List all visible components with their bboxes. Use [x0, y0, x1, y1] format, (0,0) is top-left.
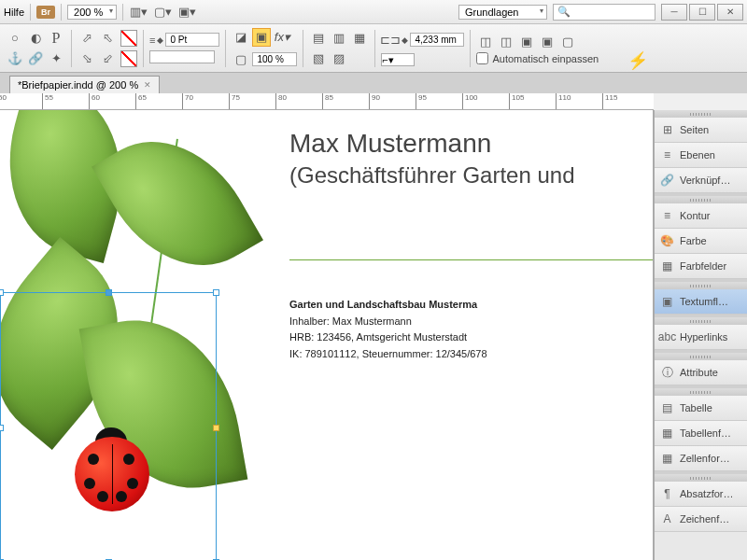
workspace-selector[interactable]: Grundlagen	[458, 5, 547, 20]
panel-farbe[interactable]: 🎨Farbe	[655, 229, 747, 254]
wrap2-icon[interactable]: ▥	[330, 29, 348, 48]
role-heading: (Geschäftsführer Garten und	[289, 162, 574, 189]
bridge-icon[interactable]: Br	[36, 6, 55, 19]
fit5-icon[interactable]: ▢	[558, 32, 577, 50]
search-input[interactable]: 🔍	[553, 4, 655, 21]
fit3-icon[interactable]: ▣	[517, 32, 536, 50]
hrb-text: HRB: 123456, Amtsgericht Musterstadt	[289, 329, 487, 346]
fx-icon[interactable]: fx▾	[273, 28, 291, 47]
canvas[interactable]: Max Mustermann (Geschäftsführer Garten u…	[0, 110, 654, 560]
panel-zeichenf…[interactable]: AZeichenf…	[655, 507, 747, 532]
handle1-icon[interactable]: ⬀	[78, 29, 96, 48]
company-text: Garten und Landschaftsbau Musterma	[289, 297, 487, 314]
opacity-icon: ▢	[232, 50, 250, 69]
autofit-checkbox[interactable]: Automatisch einpassen	[476, 52, 599, 64]
handle3-icon[interactable]: ⬂	[78, 49, 96, 68]
panel-hyperlinks[interactable]: abcHyperlinks	[655, 325, 747, 350]
corner-style[interactable]: ⌐▾	[381, 53, 415, 66]
stroke-icon: ≡	[149, 35, 155, 46]
divider-line	[289, 259, 654, 260]
wrap5-icon[interactable]: ▨	[330, 49, 348, 68]
wrap-none-icon[interactable]: ○	[6, 29, 24, 48]
arrange-icon[interactable]: ▣▾	[177, 3, 196, 21]
fit2-icon[interactable]: ◫	[497, 32, 515, 50]
help-menu[interactable]: Hilfe	[4, 7, 24, 18]
panel-textumfl…[interactable]: ▣Textumfl…	[655, 289, 747, 315]
stroke-none-icon[interactable]	[120, 50, 137, 67]
fill-none-icon[interactable]	[120, 30, 137, 47]
close-tab-icon[interactable]: ✕	[144, 80, 151, 90]
zoom-selector[interactable]: 200 %	[67, 5, 117, 20]
owner-text: Inhalber: Max Mustermann	[289, 314, 487, 330]
panel-verknüpf…[interactable]: 🔗Verknüpf…	[655, 168, 747, 193]
flash-icon[interactable]: ⚡	[627, 50, 648, 71]
panel-zellenfor…[interactable]: ▦Zellenfor…	[655, 446, 747, 471]
wrap3-icon[interactable]: ▦	[350, 29, 369, 48]
panel-kontur[interactable]: ≡Kontur	[655, 203, 747, 229]
handle4-icon[interactable]: ⬃	[98, 49, 117, 68]
document-tab[interactable]: *Briefpapier.indd @ 200 % ✕	[9, 76, 160, 93]
link-icon[interactable]: 🔗	[26, 49, 45, 68]
stroke-style[interactable]	[149, 50, 215, 63]
fit4-icon[interactable]: ▣	[538, 32, 557, 50]
opacity-input[interactable]	[252, 52, 297, 66]
ik-text: IK: 789101112, Steuernummer: 12/345/678	[289, 346, 487, 363]
view-options-icon[interactable]: ▥▾	[129, 3, 148, 21]
warp-icon[interactable]: ✦	[47, 49, 65, 68]
maximize-button[interactable]: ☐	[689, 4, 715, 21]
wrap-around-icon[interactable]: ◐	[26, 29, 45, 48]
handle2-icon[interactable]: ⬁	[98, 29, 117, 48]
panel-seiten[interactable]: ⊞Seiten	[655, 118, 747, 143]
effects-icon[interactable]: ▣	[252, 28, 271, 47]
name-heading: Max Mustermann	[289, 129, 574, 159]
close-button[interactable]: ✕	[717, 4, 743, 21]
fit1-icon[interactable]: ◫	[476, 32, 495, 50]
selection-frame[interactable]	[0, 292, 217, 560]
corner-input[interactable]	[410, 33, 464, 47]
panel-collapse-icon[interactable]	[655, 110, 747, 118]
anchor-icon[interactable]: ⚓	[6, 49, 24, 68]
panel-tabellenf…[interactable]: ▦Tabellenf…	[655, 421, 747, 446]
p-icon[interactable]: P	[47, 29, 65, 48]
wrap4-icon[interactable]: ▧	[309, 49, 328, 68]
panel-absatzfor…[interactable]: ¶Absatzfor…	[655, 482, 747, 507]
drop-shadow-icon[interactable]: ◪	[232, 28, 250, 47]
minimize-button[interactable]: ─	[661, 4, 687, 21]
panels-dock: ⊞Seiten≡Ebenen🔗Verknüpf…≡Kontur🎨Farbe▦Fa…	[654, 110, 747, 560]
panel-attribute[interactable]: ⓘAttribute	[655, 360, 747, 385]
horizontal-ruler: 50556065707580859095100105110115	[0, 93, 654, 110]
panel-farbfelder[interactable]: ▦Farbfelder	[655, 254, 747, 279]
screen-mode-icon[interactable]: ▢▾	[153, 3, 172, 21]
wrap1-icon[interactable]: ▤	[309, 29, 328, 48]
stroke-weight-input[interactable]	[165, 33, 219, 47]
corner-icon[interactable]: ⊏⊐	[381, 31, 400, 49]
panel-tabelle[interactable]: ▤Tabelle	[655, 396, 747, 421]
panel-ebenen[interactable]: ≡Ebenen	[655, 143, 747, 168]
